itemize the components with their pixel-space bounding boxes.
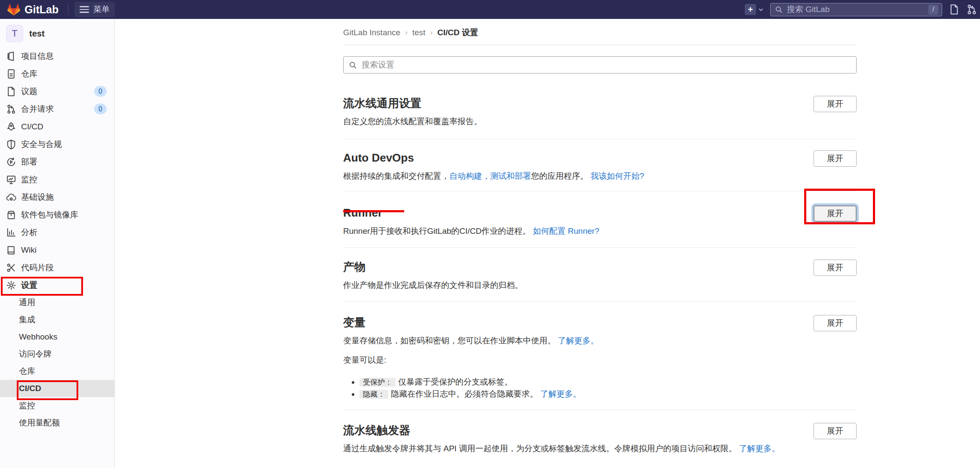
brand-wordmark: GitLab xyxy=(25,3,58,16)
sidebar-item-merge-requests[interactable]: 合并请求0 xyxy=(0,100,114,118)
hamburger-icon xyxy=(80,6,89,13)
section-intro: 变量可以是: xyxy=(343,354,857,366)
description-text: 根据持续的集成和交付配置， xyxy=(343,171,449,180)
deploy-icon xyxy=(6,157,16,167)
sidebar-item-label: 软件包与镜像库 xyxy=(21,209,78,220)
issues-icon xyxy=(6,86,16,97)
help-link[interactable]: 自动构建，测试和部署 xyxy=(449,171,531,180)
sidebar-nav: 项目信息仓库议题0合并请求0CI/CD安全与合规部署监控基础设施软件包与镜像库分… xyxy=(0,47,114,294)
expand-button-runner[interactable]: 展开 xyxy=(814,205,857,222)
bullet-item: 受保护：仅暴露于受保护的分支或标签。 xyxy=(359,376,857,388)
search-icon xyxy=(349,61,357,69)
settings-submenu-item-integrations[interactable]: 集成 xyxy=(0,311,114,328)
settings-submenu-item-ci-cd[interactable]: CI/CD xyxy=(0,380,114,397)
global-search-input[interactable] xyxy=(786,4,925,15)
description-text: 仅暴露于受保护的分支或标签。 xyxy=(398,377,513,386)
sidebar-item-monitor[interactable]: 监控 xyxy=(0,171,114,188)
sidebar-item-packages-registries[interactable]: 软件包与镜像库 xyxy=(0,206,114,223)
breadcrumb-item[interactable]: test xyxy=(412,28,426,37)
sidebar-item-project-information[interactable]: 项目信息 xyxy=(0,47,114,65)
section-description: 自定义您的流水线配置和覆盖率报告。 xyxy=(343,116,857,127)
new-item-dropdown[interactable]: + xyxy=(745,4,764,15)
settings-search-input[interactable] xyxy=(361,60,851,70)
expand-button-auto-devops[interactable]: 展开 xyxy=(814,150,857,167)
settings-section-variables: 变量展开变量存储信息，如密码和密钥，您可以在作业脚本中使用。 了解更多。变量可以… xyxy=(343,302,857,410)
expand-button-artifacts[interactable]: 展开 xyxy=(814,260,857,276)
settings-submenu-item-access-tokens[interactable]: 访问令牌 xyxy=(0,346,114,363)
project-header[interactable]: T test xyxy=(0,23,114,47)
menu-label: 菜单 xyxy=(93,4,110,15)
sidebar-item-label: 分析 xyxy=(21,227,37,238)
merge-requests-shortcut-icon[interactable] xyxy=(966,4,977,15)
sidebar-item-deployments[interactable]: 部署 xyxy=(0,153,114,171)
shield-icon xyxy=(6,139,16,150)
sidebar-item-label: 合并请求 xyxy=(21,104,54,115)
sidebar-item-repository[interactable]: 仓库 xyxy=(0,65,114,83)
settings-sections: 流水线通用设置展开自定义您的流水线配置和覆盖率报告。Auto DevOps展开根… xyxy=(343,83,857,468)
project-avatar: T xyxy=(6,25,23,42)
settings-submenu: 通用集成Webhooks访问令牌仓库CI/CD监控使用量配额 xyxy=(0,294,114,431)
chevron-down-icon xyxy=(758,7,764,12)
sidebar-item-label: 部署 xyxy=(21,156,37,168)
menu-button[interactable]: 菜单 xyxy=(74,2,115,17)
sidebar-item-label: 项目信息 xyxy=(21,51,54,62)
settings-submenu-item-webhooks[interactable]: Webhooks xyxy=(0,328,114,346)
sidebar-item-ci-cd[interactable]: CI/CD xyxy=(0,118,114,135)
search-shortcut-badge: / xyxy=(928,5,938,15)
project-information-icon xyxy=(6,51,16,61)
help-link[interactable]: 了解更多。 xyxy=(739,444,780,453)
sidebar-item-issues[interactable]: 议题0 xyxy=(0,83,114,100)
expand-button-pipeline-triggers[interactable]: 展开 xyxy=(814,423,857,439)
settings-section-artifacts: 产物展开作业产物是作业完成后保存的文件和目录的归档。 xyxy=(343,248,857,302)
settings-search[interactable] xyxy=(343,56,857,73)
gitlab-brand[interactable]: GitLab xyxy=(7,3,58,16)
description-text: 变量存储信息，如密码和密钥，您可以在作业脚本中使用。 xyxy=(343,336,558,345)
code-badge: 受保护： xyxy=(359,378,396,387)
breadcrumb: GitLab Instance›test›CI/CD 设置 xyxy=(343,19,857,45)
sidebar-item-infrastructure[interactable]: 基础设施 xyxy=(0,188,114,206)
global-search[interactable]: / xyxy=(770,3,942,16)
settings-submenu-item-usage-quotas[interactable]: 使用量配额 xyxy=(0,414,114,431)
settings-submenu-item-monitor[interactable]: 监控 xyxy=(0,397,114,414)
breadcrumb-current: CI/CD 设置 xyxy=(437,27,478,38)
expand-button-general-pipelines[interactable]: 展开 xyxy=(814,96,857,112)
repository-icon xyxy=(6,69,16,79)
settings-section-runner: Runner展开Runner用于接收和执行GitLab的CI/CD作业的进程。 … xyxy=(343,191,857,248)
section-title: 流水线触发器 xyxy=(343,423,410,437)
expand-button-variables[interactable]: 展开 xyxy=(814,315,857,331)
breadcrumb-item[interactable]: GitLab Instance xyxy=(343,28,400,37)
help-link[interactable]: 我该如何开始? xyxy=(590,171,644,180)
sidebar-item-wiki[interactable]: Wiki xyxy=(0,241,114,259)
bullet-text: 隐藏在作业日志中。必须符合隐藏要求。 了解更多。 xyxy=(391,389,581,398)
section-description: 变量存储信息，如密码和密钥，您可以在作业脚本中使用。 了解更多。 xyxy=(343,335,857,346)
sidebar-item-settings[interactable]: 设置 xyxy=(0,276,114,294)
project-name: test xyxy=(29,29,45,39)
monitor-icon xyxy=(6,174,16,185)
settings-submenu-item-general[interactable]: 通用 xyxy=(0,294,114,311)
settings-section-pipeline-triggers: 流水线触发器展开通过生成触发令牌并将其与 API 调用一起使用，为分支或标签触发… xyxy=(343,410,857,468)
sidebar-item-analytics[interactable]: 分析 xyxy=(0,223,114,241)
help-link[interactable]: 了解更多。 xyxy=(558,336,599,345)
bullet-text: 仅暴露于受保护的分支或标签。 xyxy=(398,377,513,386)
help-link[interactable]: 如何配置 Runner? xyxy=(533,226,599,236)
settings-submenu-item-repository[interactable]: 仓库 xyxy=(0,363,114,380)
sidebar-item-security-compliance[interactable]: 安全与合规 xyxy=(0,135,114,153)
issues-shortcut-icon[interactable] xyxy=(949,4,960,15)
section-description: Runner用于接收和执行GitLab的CI/CD作业的进程。 如何配置 Run… xyxy=(343,225,857,237)
section-title: 流水线通用设置 xyxy=(343,96,421,110)
search-icon xyxy=(775,6,783,13)
description-text: 作业产物是作业完成后保存的文件和目录的归档。 xyxy=(343,281,523,290)
description-text: 隐藏在作业日志中。必须符合隐藏要求。 xyxy=(391,389,540,398)
scissors-icon xyxy=(6,263,16,273)
sidebar-item-label: 代码片段 xyxy=(21,262,54,273)
chart-icon xyxy=(6,227,16,238)
sidebar-item-label: 基础设施 xyxy=(21,192,54,203)
section-title: Auto DevOps xyxy=(343,150,414,165)
help-link[interactable]: 了解更多。 xyxy=(540,389,581,398)
count-badge: 0 xyxy=(94,104,107,114)
description-text: 通过生成触发令牌并将其与 API 调用一起使用，为分支或标签触发流水线。令牌模拟… xyxy=(343,444,739,453)
sidebar-item-snippets[interactable]: 代码片段 xyxy=(0,259,114,276)
settings-section-general-pipelines: 流水线通用设置展开自定义您的流水线配置和覆盖率报告。 xyxy=(343,83,857,139)
gitlab-logo-icon xyxy=(7,3,21,16)
main-content: GitLab Instance›test›CI/CD 设置 流水线通用设置展开自… xyxy=(115,0,980,468)
